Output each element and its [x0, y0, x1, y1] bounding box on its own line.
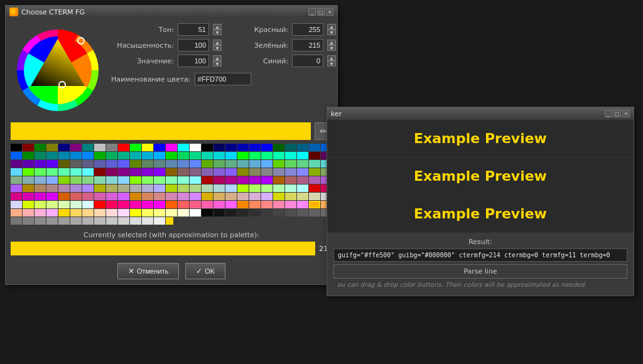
palette-cell[interactable]: [285, 185, 296, 192]
palette-cell[interactable]: [94, 168, 105, 176]
palette-cell[interactable]: [46, 176, 58, 184]
palette-cell[interactable]: [118, 217, 129, 225]
palette-cell[interactable]: [202, 176, 213, 184]
palette-cell[interactable]: [273, 176, 284, 184]
palette-cell[interactable]: [297, 193, 308, 200]
palette-cell[interactable]: [23, 201, 34, 208]
palette-cell[interactable]: [225, 176, 237, 184]
palette-cell[interactable]: [166, 176, 177, 184]
palette-cell[interactable]: [130, 185, 141, 192]
palette-cell[interactable]: [35, 193, 46, 200]
blue-up[interactable]: ▲: [327, 55, 336, 61]
palette-cell[interactable]: [106, 152, 117, 159]
val-input[interactable]: [178, 55, 209, 67]
palette-cell[interactable]: [166, 201, 177, 208]
palette-cell[interactable]: [58, 168, 70, 176]
palette-cell[interactable]: [190, 185, 201, 192]
palette-cell[interactable]: [190, 193, 201, 200]
palette-cell[interactable]: [130, 160, 141, 168]
palette-cell[interactable]: [118, 209, 129, 217]
palette-cell[interactable]: [142, 185, 153, 192]
palette-cell[interactable]: [178, 209, 189, 217]
palette-cell[interactable]: [285, 144, 296, 151]
palette-cell[interactable]: [70, 185, 82, 192]
palette-cell[interactable]: [70, 217, 82, 225]
palette-cell[interactable]: [142, 152, 153, 159]
sat-up[interactable]: ▲: [213, 40, 222, 45]
palette-cell[interactable]: [237, 201, 249, 208]
palette-cell[interactable]: [178, 193, 189, 200]
palette-cell[interactable]: [297, 160, 308, 168]
palette-cell[interactable]: [130, 201, 141, 208]
palette-cell[interactable]: [118, 201, 129, 208]
palette-cell[interactable]: [106, 168, 117, 176]
color-name-input[interactable]: [195, 73, 251, 85]
palette-cell[interactable]: [142, 217, 153, 225]
palette-cell[interactable]: [94, 144, 105, 151]
palette-cell[interactable]: [213, 201, 225, 208]
palette-cell[interactable]: [297, 185, 308, 192]
ok-button[interactable]: ✓ OK: [185, 263, 225, 279]
green-down[interactable]: ▼: [327, 45, 336, 51]
palette-cell[interactable]: [237, 193, 249, 200]
palette-cell[interactable]: [166, 168, 177, 176]
red-input[interactable]: [292, 23, 323, 36]
palette-cell[interactable]: [154, 168, 165, 176]
palette-cell[interactable]: [94, 185, 105, 192]
titlebar[interactable]: Choose CTERM FG _ □ ✕: [6, 6, 337, 18]
palette-cell[interactable]: [285, 209, 296, 217]
palette-cell[interactable]: [118, 168, 129, 176]
palette-cell[interactable]: [249, 193, 261, 200]
palette-cell[interactable]: [166, 185, 177, 192]
palette-cell[interactable]: [285, 176, 296, 184]
palette-cell[interactable]: [273, 185, 284, 192]
palette-cell[interactable]: [309, 209, 320, 217]
palette-cell[interactable]: [273, 201, 284, 208]
sat-input[interactable]: [178, 39, 209, 51]
palette-cell[interactable]: [178, 185, 189, 192]
blue-input[interactable]: [292, 55, 323, 67]
green-input[interactable]: [292, 39, 323, 51]
palette-cell[interactable]: [142, 176, 153, 184]
palette-cell[interactable]: [118, 176, 129, 184]
palette-cell[interactable]: [154, 209, 165, 217]
palette-cell[interactable]: [82, 201, 94, 208]
hue-up[interactable]: ▲: [213, 24, 222, 29]
palette-cell[interactable]: [82, 144, 94, 151]
palette-cell[interactable]: [46, 144, 58, 151]
palette-cell[interactable]: [213, 185, 225, 192]
palette-cell[interactable]: [82, 168, 94, 176]
palette-cell[interactable]: [11, 160, 22, 168]
palette-cell[interactable]: [35, 152, 46, 159]
palette-cell[interactable]: [190, 168, 201, 176]
red-up[interactable]: ▲: [327, 24, 336, 29]
palette-cell[interactable]: [130, 152, 141, 159]
palette-cell[interactable]: [23, 209, 34, 217]
palette-cell[interactable]: [46, 168, 58, 176]
palette-cell[interactable]: [309, 185, 320, 192]
palette-cell[interactable]: [142, 168, 153, 176]
palette-cell[interactable]: [249, 152, 261, 159]
palette-cell[interactable]: [261, 176, 273, 184]
palette-cell[interactable]: [273, 168, 284, 176]
palette-cell[interactable]: [178, 201, 189, 208]
palette-cell[interactable]: [178, 168, 189, 176]
palette-cell[interactable]: [130, 144, 141, 151]
palette-cell[interactable]: [261, 152, 273, 159]
palette-cell[interactable]: [309, 152, 320, 159]
palette-cell[interactable]: [106, 217, 117, 225]
palette-cell[interactable]: [23, 144, 34, 151]
palette-cell[interactable]: [11, 152, 22, 159]
palette-cell[interactable]: [11, 168, 22, 176]
palette-cell[interactable]: [11, 217, 22, 225]
palette-cell[interactable]: [46, 193, 58, 200]
palette-cell[interactable]: [225, 193, 237, 200]
result-minimize[interactable]: _: [605, 110, 612, 117]
palette-cell[interactable]: [225, 168, 237, 176]
palette-cell[interactable]: [225, 201, 237, 208]
palette-cell[interactable]: [249, 168, 261, 176]
palette-cell[interactable]: [249, 185, 261, 192]
palette-cell[interactable]: [273, 209, 284, 217]
palette-cell[interactable]: [297, 201, 308, 208]
palette-cell[interactable]: [190, 152, 201, 159]
